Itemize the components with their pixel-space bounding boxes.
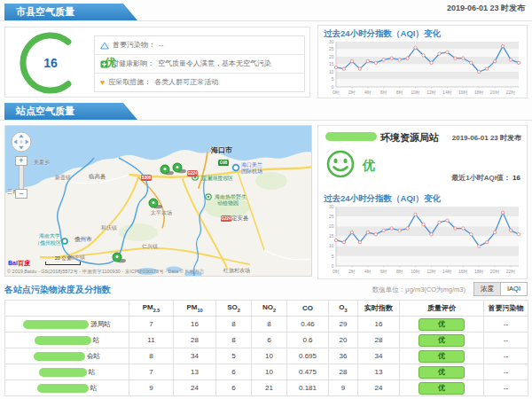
tab-station-air-quality: 站点空气质量 xyxy=(4,103,137,120)
pollutant-value-cell: 6 xyxy=(216,380,252,396)
station-name-suffix: 源局站 xyxy=(90,320,111,328)
pollutant-value-cell: 8 xyxy=(216,317,252,332)
svg-text:15: 15 xyxy=(329,233,334,239)
map-label: 美夏乡 xyxy=(34,160,50,166)
toggle-concentration[interactable]: 浓度 xyxy=(473,282,501,296)
compass-icon xyxy=(11,131,32,153)
map-pan-control[interactable] xyxy=(11,131,32,153)
svg-text:25: 25 xyxy=(329,214,334,219)
station-name-suffix: 会站 xyxy=(87,352,100,360)
svg-text:2时: 2时 xyxy=(348,90,356,95)
svg-text:5: 5 xyxy=(332,254,334,259)
column-header: 首要污染物 xyxy=(484,301,528,317)
aqi-info-box: 首要污染物： -- 对健康影响： 空气质量令人满意，基本无空气污染 ♥ 应采取措… xyxy=(94,35,305,92)
map-scale-label: 20 公里 xyxy=(45,255,81,262)
svg-text:0时: 0时 xyxy=(332,90,340,95)
primary-pollutant-cell: -- xyxy=(484,348,528,364)
pollutant-value-cell: 20 xyxy=(329,332,358,348)
pollutant-value-cell: 0.6 xyxy=(287,332,329,348)
pollutant-triangle-icon xyxy=(100,42,109,50)
redacted-station-name xyxy=(37,384,89,393)
table-row: 站1128860.62028优-- xyxy=(5,332,528,348)
map-label: 太平农场 xyxy=(151,210,172,216)
pollutant-value-cell: 28 xyxy=(174,332,216,348)
pollutant-value-cell: 36 xyxy=(329,348,358,364)
quality-rating-badge: 优 xyxy=(419,350,465,363)
road-shield: S306 xyxy=(141,175,152,181)
quality-rating-badge: 优 xyxy=(419,366,465,379)
pollutant-value-cell: 28 xyxy=(358,332,400,348)
pollutant-value-cell: 34 xyxy=(358,348,400,364)
aqi-value-text: 16 xyxy=(43,56,58,70)
pollutant-value-cell: 0.695 xyxy=(287,348,329,364)
table-header-row: PM2.5PM10SO2NO2COO3实时指数质量评价首要污染物 xyxy=(5,301,528,317)
info-label: 首要污染物： xyxy=(113,36,155,54)
pollutant-value-cell: 13 xyxy=(174,364,216,380)
column-header: 实时指数 xyxy=(358,301,400,317)
scenic-dot-marker xyxy=(206,194,211,200)
svg-text:0时: 0时 xyxy=(332,269,340,274)
station-level-label: 优 xyxy=(363,158,375,174)
rating-cell: 优 xyxy=(400,348,484,364)
pollutant-value-cell: 8 xyxy=(252,317,287,332)
info-value: 空气质量令人满意，基本无空气污染 xyxy=(158,55,271,73)
pollutant-value-cell: 0.46 xyxy=(287,317,329,332)
table-row: 源局站716880.462916优-- xyxy=(5,317,528,332)
pollutant-value-cell: 7 xyxy=(129,364,174,380)
map-label: 临高县 xyxy=(89,173,106,179)
redacted-station-name xyxy=(23,320,89,329)
map-label: 海南热带野生 xyxy=(215,194,246,200)
svg-text:10时: 10时 xyxy=(411,90,420,95)
city-aqi-chart-card: 过去24小时分指数（AQI）变化 0510152025300时2时4时6时8时1… xyxy=(317,25,528,98)
pollutant-value-cell: 6 xyxy=(252,332,287,348)
svg-text:10时: 10时 xyxy=(411,269,420,274)
map-label: 动植物园 xyxy=(217,200,239,207)
pollutant-value-cell: 16 xyxy=(174,317,216,332)
svg-text:16时: 16时 xyxy=(458,90,468,95)
map-label: 仁兴镇 xyxy=(142,244,158,250)
station-name-suffix: 站 xyxy=(89,368,96,376)
station-detail-card: 环境资源局站 2019-06-01 23 时发布 优 最近1小时AQI值： 16… xyxy=(317,125,528,279)
svg-text:14时: 14时 xyxy=(442,90,452,95)
pollutant-value-cell: 10 xyxy=(252,364,287,380)
pollutant-value-cell: 11 xyxy=(129,332,174,348)
svg-text:18时: 18时 xyxy=(474,90,484,95)
zoom-slider[interactable] xyxy=(19,166,24,189)
station-name: 环境资源局站 xyxy=(380,131,439,145)
pollutant-value-cell: 6 xyxy=(216,364,252,380)
zoom-out-button[interactable]: − xyxy=(15,189,27,199)
svg-text:22时: 22时 xyxy=(506,269,516,274)
svg-text:20时: 20时 xyxy=(490,269,500,274)
toggle-iaqi[interactable]: IAQI xyxy=(500,282,528,296)
svg-text:4时: 4时 xyxy=(364,90,372,95)
tab-city-air-quality: 市县空气质量 xyxy=(4,4,137,20)
redacted-station-name xyxy=(34,352,85,361)
map-label: 定安县 xyxy=(231,215,249,221)
map-label: 红旗村农场 xyxy=(223,268,250,274)
map-attribution: © 2019 Baidu - GS(2018)5572号 - 甲测资字11009… xyxy=(7,269,204,275)
aqi-gauge-arc-icon: 16 xyxy=(16,28,85,98)
city-aqi-line-chart: 0510152025300时2时4时6时8时10时12时14时16时18时20时… xyxy=(322,39,524,98)
recent-aqi-label: 最近1小时AQI值： xyxy=(451,174,511,182)
pollutant-value-cell: 28 xyxy=(329,364,358,380)
station-map[interactable]: 海口市海口美兰国际机场观澜湖度假区海南热带野生动植物园定安县临高县新盈镇美夏乡三… xyxy=(4,125,312,277)
map-label: 和庆镇 xyxy=(101,225,117,231)
svg-text:12时: 12时 xyxy=(426,90,436,95)
air-quality-dashboard: 市县空气质量 2019-06-01 23 时发布 16 优 首要污染物： -- … xyxy=(0,0,532,399)
health-cross-icon xyxy=(100,60,108,68)
map-label: 国际机场 xyxy=(241,168,262,175)
pollutant-value-cell: 21 xyxy=(252,380,287,396)
pollutant-value-cell: 34 xyxy=(174,348,216,364)
svg-text:30: 30 xyxy=(329,204,334,209)
table-row: 站9246210.181924优-- xyxy=(5,380,528,396)
pollutant-value-cell: 7 xyxy=(129,317,174,332)
map-scale-bar xyxy=(45,262,81,265)
tab-station-label: 站点空气质量 xyxy=(16,106,74,116)
table-row: 站7136100.4752813优-- xyxy=(5,364,528,380)
zoom-in-button[interactable]: + xyxy=(15,156,27,166)
column-header: PM2.5 xyxy=(129,301,174,317)
primary-pollutant-cell: -- xyxy=(484,380,528,396)
rating-cell: 优 xyxy=(400,332,484,348)
divider-line xyxy=(0,120,532,121)
svg-text:12时: 12时 xyxy=(426,269,436,274)
